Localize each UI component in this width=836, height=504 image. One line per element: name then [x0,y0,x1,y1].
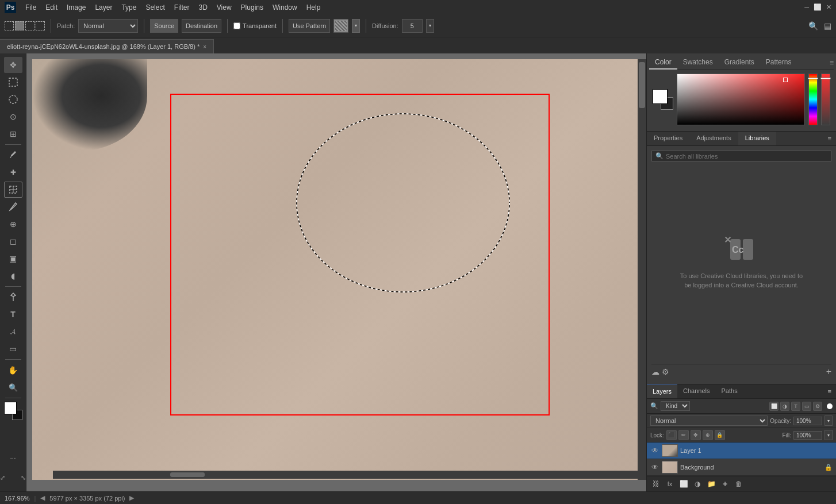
shape-tool[interactable]: ▭ [4,341,22,357]
filter-toggle-dot[interactable] [827,403,833,409]
patch-tool[interactable] [4,182,22,198]
opacity-input[interactable] [793,417,822,425]
hue-spectrum[interactable] [808,74,818,125]
transparent-checkbox[interactable] [233,22,240,29]
fg-bg-color-selector[interactable] [4,402,22,420]
gradient-tool[interactable]: ▣ [4,251,22,267]
new-group-button[interactable]: 📁 [705,478,717,490]
foreground-color[interactable] [4,402,17,414]
layer-row-layer1[interactable]: 👁 Layer 1 [647,443,836,459]
search-icon[interactable]: 🔍 [808,21,818,30]
menu-edit[interactable]: Edit [45,3,57,11]
tab-swatches[interactable]: Swatches [677,56,719,70]
document-tab[interactable]: eliott-reyna-jCEpN62oWL4-unsplash.jpg @ … [0,39,214,53]
close-tab-button[interactable]: × [203,44,206,50]
quick-select-tool[interactable]: ⊙ [4,109,22,125]
vertical-scrollbar[interactable] [638,59,646,480]
menu-filter[interactable]: Filter [174,3,190,11]
menu-image[interactable]: Image [67,3,86,11]
tab-properties[interactable]: Properties [647,132,689,145]
fill-input[interactable] [793,431,822,440]
tab-libraries[interactable]: Libraries [738,132,776,145]
panel-menu-icon[interactable]: ≡ [830,59,834,67]
zoom-level[interactable]: 167.96% [5,495,29,502]
workspace-icon[interactable]: ▤ [824,21,831,30]
delete-layer-button[interactable]: 🗑 [733,478,745,490]
vertical-scroll-thumb[interactable] [639,62,645,108]
eyedropper-tool[interactable] [4,147,22,163]
patch-mode-select[interactable]: Normal Content-Aware [78,19,138,33]
brush-tool[interactable] [4,199,22,215]
lock-transparent-btn[interactable]: ⬛ [666,430,677,440]
pattern-preview[interactable] [333,19,348,33]
lock-all-btn[interactable]: 🔒 [715,430,725,440]
filter-smart-icon[interactable]: ⚙ [813,402,822,411]
stamp-tool[interactable]: ⊕ [4,216,22,232]
lock-pixels-btn[interactable]: ✏ [678,430,689,440]
opacity-dropdown[interactable]: ▾ [825,415,833,426]
zoom-tool[interactable]: 🔍 [4,379,22,395]
libraries-search-bar[interactable]: 🔍 [651,151,831,161]
arrange-button[interactable]: ⤢ [0,470,12,486]
status-arrows-left[interactable]: ◀ [40,494,45,502]
healing-brush-tool[interactable]: ✚ [4,164,22,180]
filter-type-icon[interactable]: T [791,402,800,411]
color-fg-bg-swatches[interactable] [653,89,673,110]
tab-paths[interactable]: Paths [716,384,743,398]
fill-dropdown[interactable]: ▾ [825,430,833,440]
tab-channels[interactable]: Channels [677,384,715,398]
libraries-add-button[interactable]: + [826,367,831,377]
layers-menu-icon[interactable]: ≡ [823,384,836,398]
type-tool[interactable]: T [4,306,22,322]
new-adjustment-button[interactable]: ◑ [692,478,703,490]
destination-button[interactable]: Destination [182,19,221,33]
libraries-search-input[interactable] [666,153,827,160]
add-style-button[interactable]: fx [664,478,676,490]
source-button[interactable]: Source [150,19,178,33]
dodge-tool[interactable]: ◖ [4,268,22,284]
color-gradient-picker[interactable] [677,74,805,125]
panel-section-menu[interactable]: ≡ [823,132,836,145]
hand-tool[interactable]: ✋ [4,362,22,378]
use-pattern-button[interactable]: Use Pattern [289,19,330,33]
eraser-tool[interactable]: ◻ [4,233,22,249]
horizontal-scrollbar[interactable] [53,471,638,479]
menu-plugins[interactable]: Plugins [241,3,263,11]
status-arrows-right[interactable]: ▶ [129,494,134,502]
menu-type[interactable]: Type [121,3,136,11]
crop-tool[interactable]: ⊞ [4,126,22,142]
filter-adjustment-icon[interactable]: ◑ [780,402,789,411]
pattern-dropdown[interactable]: ▾ [352,19,360,33]
lock-artboard-btn[interactable]: ⊕ [703,430,713,440]
menu-window[interactable]: Window [273,3,297,11]
link-layers-button[interactable]: ⛓ [650,478,662,490]
more-tools-button[interactable]: ··· [4,450,22,466]
menu-view[interactable]: View [217,3,232,11]
color-foreground-swatch[interactable] [653,89,668,104]
diffusion-input[interactable] [402,19,423,33]
layer1-visibility-eye[interactable]: 👁 [650,446,659,455]
horizontal-scroll-thumb[interactable] [170,472,205,477]
background-visibility-eye[interactable]: 👁 [650,463,659,472]
tab-gradients[interactable]: Gradients [719,56,760,70]
blend-mode-select[interactable]: Normal Multiply Screen [650,415,768,426]
add-mask-button[interactable]: ⬜ [678,478,689,490]
filter-shape-icon[interactable]: ▭ [802,402,811,411]
menu-help[interactable]: Help [306,3,321,11]
layer-row-background[interactable]: 👁 Background 🔒 [647,459,836,476]
pen-tool[interactable] [4,289,22,305]
tab-color[interactable]: Color [649,56,677,70]
canvas-container[interactable] [32,59,638,480]
tab-layers[interactable]: Layers [647,384,677,398]
filter-kind-select[interactable]: Kind [661,401,690,411]
menu-layer[interactable]: Layer [95,3,112,11]
new-layer-button[interactable]: + [719,478,731,490]
menu-select[interactable]: Select [145,3,164,11]
path-select-tool[interactable]: 𝓐 [4,324,22,340]
tab-patterns[interactable]: Patterns [760,56,797,70]
transparent-checkbox-label[interactable]: Transparent [233,22,277,29]
move-tool[interactable]: ✥ [4,57,22,73]
menu-file[interactable]: File [25,3,36,11]
tab-adjustments[interactable]: Adjustments [689,132,738,145]
menu-3d[interactable]: 3D [198,3,207,11]
